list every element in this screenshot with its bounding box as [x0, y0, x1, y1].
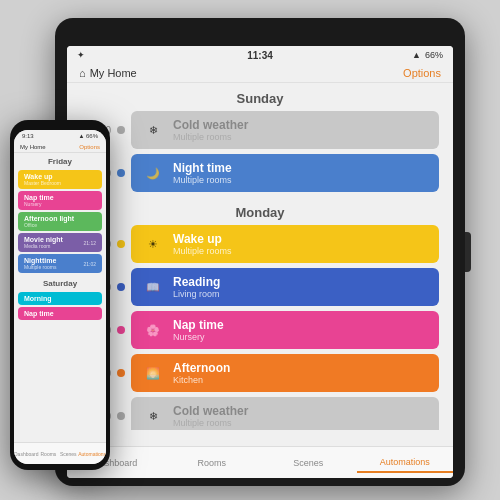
phone-tab-rooms[interactable]: Rooms: [38, 451, 58, 457]
day-sunday: Sunday: [81, 83, 439, 111]
phone-tabbar: Dashboard Rooms Scenes Automations: [14, 442, 106, 464]
phone-tab-automations[interactable]: Automations: [78, 451, 106, 457]
card-title: Night time: [173, 161, 232, 175]
phone-day-saturday: Saturday: [14, 275, 106, 290]
flower-icon: 🌸: [141, 318, 165, 342]
cold-icon: ❄: [141, 118, 165, 142]
tablet-signal-icon: ▲: [412, 50, 421, 60]
book-icon: 📖: [141, 275, 165, 299]
tablet-tabbar: Dashboard Rooms Scenes Automations: [67, 446, 453, 478]
tablet-nav: ⌂ My Home Options: [67, 64, 453, 83]
card-subtitle: Multiple rooms: [173, 418, 248, 428]
card-title: Afternoon: [173, 361, 230, 375]
table-row: 08:00 ☀ Wake up Multiple rooms: [81, 225, 439, 263]
card-title: Nap time: [173, 318, 224, 332]
card-subtitle: Nursery: [173, 332, 224, 342]
tablet-clock: 11:34: [247, 50, 273, 61]
sun-icon: ☀: [141, 232, 165, 256]
event-card-wakeup[interactable]: ☀ Wake up Multiple rooms: [131, 225, 439, 263]
phone-card-text: Morning: [24, 295, 52, 302]
sunset-icon: 🌅: [141, 361, 165, 385]
phone-card-morning[interactable]: Morning: [18, 292, 102, 305]
phone-card-text: Wake up Master Bedroom: [24, 173, 61, 186]
tablet-wifi-icon: ✦: [77, 50, 85, 60]
card-text: Afternoon Kitchen: [173, 361, 230, 385]
phone-card-text: Movie night Media room: [24, 236, 63, 249]
event-dot: [117, 283, 125, 291]
cold2-icon: ❄: [141, 404, 165, 428]
home-icon: ⌂: [79, 67, 86, 79]
card-subtitle: Kitchen: [173, 375, 230, 385]
phone-home-title: My Home: [20, 144, 46, 150]
table-row: 17:00 🌙 Night time Multiple rooms: [81, 154, 439, 192]
tablet-screen: ✦ 11:34 ▲ 66% ⌂ My Home Options Sunday 1…: [67, 46, 453, 478]
phone-card-wakeup[interactable]: Wake up Master Bedroom: [18, 170, 102, 189]
phone-screen: 9:13 ▲ 66% My Home Options Friday Wake u…: [14, 130, 106, 464]
table-row: 11:00 📖 Reading Living room: [81, 268, 439, 306]
event-dot: [117, 412, 125, 420]
card-subtitle: Multiple rooms: [173, 246, 232, 256]
phone-card-naptime2[interactable]: Nap time: [18, 307, 102, 320]
card-title: Cold weather: [173, 118, 248, 132]
phone-status-bar: 9:13 ▲ 66%: [14, 130, 106, 142]
table-row: 17:00 ❄ Cold weather Multiple rooms: [81, 397, 439, 430]
event-dot: [117, 169, 125, 177]
card-text: Cold weather Multiple rooms: [173, 118, 248, 142]
card-subtitle: Living room: [173, 289, 220, 299]
tablet-edge: [465, 232, 471, 272]
event-dot: [117, 369, 125, 377]
phone-clock: 9:13: [22, 133, 34, 139]
tablet-content: Sunday 17:00 ❄ Cold weather Multiple roo…: [67, 83, 453, 430]
phone-battery: ▲ 66%: [78, 133, 98, 139]
moon-icon: 🌙: [141, 161, 165, 185]
phone-card-naptime[interactable]: Nap time Nursery: [18, 191, 102, 210]
tablet-home-title: ⌂ My Home: [79, 67, 137, 79]
card-text: Nap time Nursery: [173, 318, 224, 342]
card-title: Reading: [173, 275, 220, 289]
phone-card-text: Afternoon light Office: [24, 215, 74, 228]
event-card-cold-weather-sunday[interactable]: ❄ Cold weather Multiple rooms: [131, 111, 439, 149]
event-card-afternoon[interactable]: 🌅 Afternoon Kitchen: [131, 354, 439, 392]
card-subtitle: Multiple rooms: [173, 175, 232, 185]
phone-card-text: Nighttime Multiple rooms: [24, 257, 57, 270]
phone-card-time2: 21:02: [83, 261, 96, 267]
phone-card-afternoon-light[interactable]: Afternoon light Office: [18, 212, 102, 231]
table-row: 12:20 🌸 Nap time Nursery: [81, 311, 439, 349]
phone-nav: My Home Options: [14, 142, 106, 153]
card-title: Wake up: [173, 232, 232, 246]
tablet-status-bar: ✦ 11:34 ▲ 66%: [67, 46, 453, 64]
card-text: Wake up Multiple rooms: [173, 232, 232, 256]
event-card-night-sunday[interactable]: 🌙 Night time Multiple rooms: [131, 154, 439, 192]
event-dot: [117, 326, 125, 334]
event-card-cold-monday[interactable]: ❄ Cold weather Multiple rooms: [131, 397, 439, 430]
event-dot: [117, 240, 125, 248]
tablet-battery-pct: 66%: [425, 50, 443, 60]
card-text: Cold weather Multiple rooms: [173, 404, 248, 428]
table-row: 17:00 ❄ Cold weather Multiple rooms: [81, 111, 439, 149]
tab-rooms[interactable]: Rooms: [164, 454, 261, 472]
phone-card-time: 21:12: [83, 240, 96, 246]
card-title: Cold weather: [173, 404, 248, 418]
phone-card-text: Nap time: [24, 310, 54, 317]
tablet: ✦ 11:34 ▲ 66% ⌂ My Home Options Sunday 1…: [55, 18, 465, 486]
phone-day-friday: Friday: [14, 153, 106, 168]
tab-automations[interactable]: Automations: [357, 453, 454, 473]
event-card-naptime[interactable]: 🌸 Nap time Nursery: [131, 311, 439, 349]
table-row: 15:00 🌅 Afternoon Kitchen: [81, 354, 439, 392]
event-card-reading[interactable]: 📖 Reading Living room: [131, 268, 439, 306]
card-subtitle: Multiple rooms: [173, 132, 248, 142]
phone-tab-scenes[interactable]: Scenes: [58, 451, 78, 457]
tablet-options-button[interactable]: Options: [403, 67, 441, 79]
phone-card-movie-night[interactable]: Movie night Media room 21:12: [18, 233, 102, 252]
tablet-battery: ▲ 66%: [412, 50, 443, 60]
day-monday: Monday: [81, 197, 439, 225]
tab-scenes[interactable]: Scenes: [260, 454, 357, 472]
phone-card-text: Nap time Nursery: [24, 194, 54, 207]
card-text: Night time Multiple rooms: [173, 161, 232, 185]
phone-options-btn[interactable]: Options: [79, 144, 100, 150]
phone: 9:13 ▲ 66% My Home Options Friday Wake u…: [10, 120, 110, 470]
phone-card-nighttime[interactable]: Nighttime Multiple rooms 21:02: [18, 254, 102, 273]
card-text: Reading Living room: [173, 275, 220, 299]
event-dot: [117, 126, 125, 134]
phone-tab-dashboard[interactable]: Dashboard: [14, 451, 38, 457]
